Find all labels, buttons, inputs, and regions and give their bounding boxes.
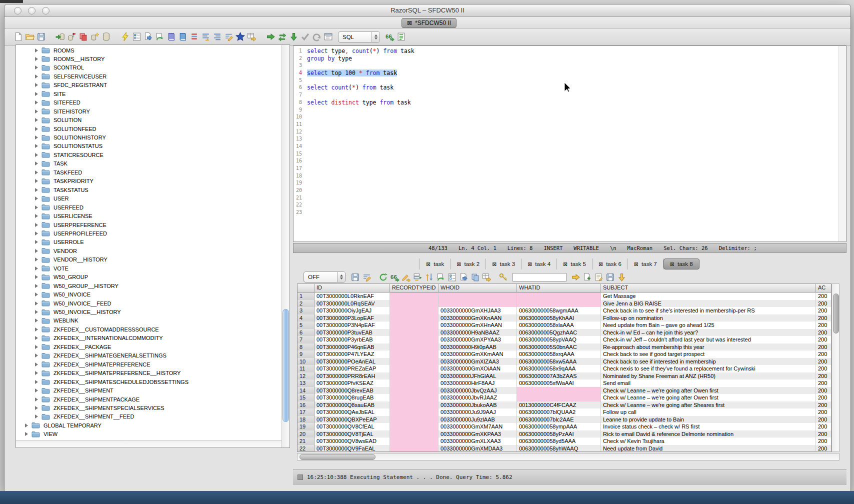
download-column-icon[interactable] [616,272,628,282]
tab-task-6[interactable]: ⊠task 6 [592,258,628,270]
disclosure-triangle-icon[interactable] [35,258,38,262]
table-row[interactable]: 1100T3000000PREZaEAP0033000000GmXOiAAN00… [298,365,831,372]
table-row[interactable]: 1000T3000000POeAnEAL0033000000GmXIZAA300… [298,358,831,366]
disclosure-triangle-icon[interactable] [35,398,38,402]
column-header-id[interactable]: ID [314,284,390,292]
explain-list-icon[interactable] [396,32,407,42]
edit-list-icon[interactable] [188,32,200,42]
tree-item-zkfedex__shipmatepreference__history[interactable]: ZKFEDEX__SHIPMATEPREFERENCE__HISTORY [35,369,180,378]
table-row[interactable]: 1400T3000000Q8rexEAB0033000000JbvQzAAJCh… [298,387,831,394]
statement-type-select[interactable]: SQL [338,32,380,42]
disclosure-triangle-icon[interactable] [35,188,38,192]
tree-item-taskpriority[interactable]: TASKPRIORITY [35,177,94,186]
tree-item-scontrol[interactable]: SCONTROL [35,64,84,72]
table-row[interactable]: 700T3000000P3yrbEAB0033000000GmXPYAA3006… [298,336,831,344]
disclosure-triangle-icon[interactable] [35,57,38,61]
close-tab-icon[interactable]: ⊠ [634,261,638,268]
disclosure-triangle-icon[interactable] [35,48,38,52]
database-cylinder-icon[interactable] [100,32,112,42]
tree-item-task[interactable]: TASK [35,160,68,168]
edit-go-icon[interactable] [400,272,412,282]
tab-task-7[interactable]: ⊠task 7 [628,258,664,270]
tree-item-w50_invoice__history[interactable]: W50_INVOICE__HISTORY [35,308,121,316]
commit-check-icon[interactable] [300,32,311,42]
disclosure-triangle-icon[interactable] [35,223,38,227]
tree-item-solutionstatus[interactable]: SOLUTIONSTATUS [35,142,102,150]
close-tab-icon[interactable]: ⊠ [670,261,674,268]
tree-item-global temporary[interactable]: GLOBAL TEMPORARY [25,421,102,430]
tree-item-solutionfeed[interactable]: SOLUTIONFEED [35,124,96,133]
combo-stepper-icon[interactable] [372,32,380,42]
export-table-icon[interactable] [246,32,258,42]
document-tab[interactable]: ⊠ *SFDCW50 II [402,18,456,28]
grid-horizontal-scrollbar[interactable] [297,453,840,460]
disclosure-triangle-icon[interactable] [35,144,38,148]
connect-import-icon[interactable] [54,32,66,42]
tree-item-zkfedex__customaddresssource[interactable]: ZKFEDEX__CUSTOMADDRESSSOURCE [35,325,159,334]
disclosure-triangle-icon[interactable] [35,380,38,384]
tab-task[interactable]: ⊠task [420,258,450,270]
table-row[interactable]: 1300T3000000PfvKSEAZ0033000000HirF8AAJ00… [298,380,831,387]
tree-item-rooms__history[interactable]: ROOMS__HISTORY [35,54,104,63]
close-tab-icon[interactable]: ⊠ [598,261,603,268]
describe-table-icon[interactable] [131,32,142,42]
insert-row-icon[interactable] [412,272,424,282]
disclosure-triangle-icon[interactable] [35,110,38,114]
disclosure-triangle-icon[interactable] [35,266,38,270]
tree-item-zkfedex__shipmatepreference[interactable]: ZKFEDEX__SHIPMATEPREFERENCE [35,360,150,368]
tree-item-zkfedex__shipmentspecialservices[interactable]: ZKFEDEX__SHIPMENTSPECIALSERVICES [35,404,164,412]
table-row[interactable]: 200T3000000L0RqSEAVGive Jenn a BIG RAISE… [298,300,831,308]
tree-item-zkfedex__shipment__feed[interactable]: ZKFEDEX__SHIPMENT__FEED [35,412,134,421]
combo-stepper-icon[interactable] [337,272,345,282]
tab-task-8[interactable]: ⊠task 8 [664,258,700,270]
tree-item-solution[interactable]: SOLUTION [35,116,82,124]
sort-updown-icon[interactable] [424,272,435,282]
tree-item-zkfedex__internationalcommodity[interactable]: ZKFEDEX__INTERNATIONALCOMMODITY [35,334,163,342]
create-database-object-icon[interactable] [89,32,100,42]
disclosure-triangle-icon[interactable] [35,74,38,78]
disclosure-triangle-icon[interactable] [35,92,38,96]
save-results-icon[interactable] [350,272,361,282]
align-lines-icon[interactable] [212,32,223,42]
tree-item-vote[interactable]: VOTE [35,264,68,272]
disclosure-triangle-icon[interactable] [35,354,38,358]
close-tab-icon[interactable]: ⊠ [492,261,496,268]
disclosure-triangle-icon[interactable] [35,136,38,140]
disclosure-triangle-icon[interactable] [35,371,38,375]
swap-arrows-icon[interactable] [276,32,288,42]
table-row[interactable]: 2100T3000000QV8wsEAD0033000000GmXLXAA300… [298,438,831,445]
disclosure-triangle-icon[interactable] [35,83,38,87]
tree-item-w50_invoice__feed[interactable]: W50_INVOICE__FEED [35,299,112,308]
tree-item-view[interactable]: VIEW [25,430,58,438]
column-header-rownum[interactable] [298,284,314,292]
tree-item-userpreference[interactable]: USERPREFERENCE [35,220,106,229]
tab-task-2[interactable]: ⊠task 2 [450,258,486,270]
table-row[interactable]: 500T3000000P3N4pEAF0033000000GmXHnAAN006… [298,322,831,329]
tree-item-userrole[interactable]: USERROLE [35,238,84,246]
column-header-whatid[interactable]: WHATID [517,284,601,292]
disclosure-triangle-icon[interactable] [35,275,38,279]
comment-quotes-icon[interactable]: 66 [384,32,396,42]
table-row[interactable]: 2200T3000000QV9FaEAL0033000000GmXMDAA300… [298,445,831,452]
disclosure-triangle-icon[interactable] [35,284,38,288]
table-row[interactable]: 100T3000000L0RknEAFGet Massage200 [298,292,831,300]
tree-item-weblink[interactable]: WEBLINK [35,316,78,325]
tree-item-user[interactable]: USER [35,194,69,203]
disclosure-triangle-icon[interactable] [35,118,38,122]
scrollbar-thumb[interactable] [282,309,289,422]
disclosure-triangle-icon[interactable] [35,362,38,366]
disclosure-triangle-icon[interactable] [25,432,28,436]
table-row[interactable]: 600T3000000P3tuvEAB0033000000H9aNBAAZ006… [298,329,831,336]
table-row[interactable]: 2000T3000000QV8TjEAL0033000000GmXKPAA300… [298,430,831,438]
filter-edit-icon[interactable] [361,272,372,282]
tree-item-staticresource[interactable]: STATICRESOURCE [35,150,104,159]
reload-grid-icon[interactable] [435,272,446,282]
execute-lightning-icon[interactable] [120,32,131,42]
tree-item-vendor[interactable]: VENDOR [35,246,77,255]
disclosure-triangle-icon[interactable] [35,292,38,296]
disclosure-triangle-icon[interactable] [35,170,38,174]
close-tab-icon[interactable]: ⊠ [528,261,532,268]
add-export-icon[interactable] [582,272,593,282]
tab-task-3[interactable]: ⊠task 3 [486,258,522,270]
close-tab-icon[interactable]: ⊠ [426,261,430,268]
